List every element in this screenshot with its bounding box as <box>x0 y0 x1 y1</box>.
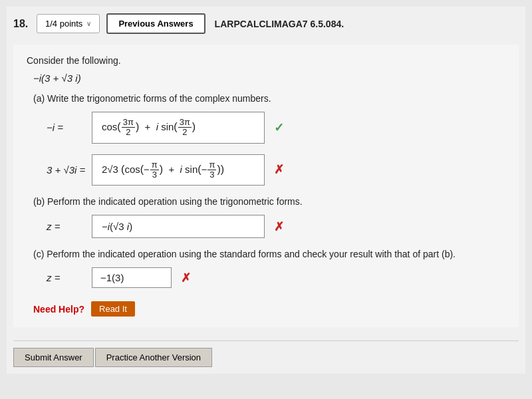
answer-row-b: z = −i(√3 i) ✗ <box>47 215 505 238</box>
part-b-label: (b) Perform the indicated operation usin… <box>33 196 505 207</box>
answer-a2-value: 2√3 (cos(−π3) + i sin(−π3)) <box>102 160 224 180</box>
answer-row-a1: −i = cos(3π2) + i sin(3π2) ✓ <box>47 112 505 144</box>
points-button[interactable]: 1/4 points ∨ <box>37 14 100 33</box>
answer-a1-box: cos(3π2) + i sin(3π2) <box>92 112 265 144</box>
answer-a1-value: cos(3π2) + i sin(3π2) <box>102 118 196 138</box>
page-container: 18. 1/4 points ∨ Previous Answers LARPCA… <box>7 7 525 374</box>
answer-b-value: −i(√3 i) <box>102 221 132 232</box>
incorrect-icon-a2: ✗ <box>274 162 284 177</box>
main-expression: −i(3 + √3 i) <box>33 72 505 84</box>
answer-b-label: z = <box>47 221 86 232</box>
answer-row-c: z = −1(3) ✗ <box>47 267 505 288</box>
answer-b-box: −i(√3 i) <box>92 215 265 238</box>
answer-a2-box: 2√3 (cos(−π3) + i sin(−π3)) <box>92 154 265 186</box>
answer-c-value: −1(3) <box>100 272 124 283</box>
answer-c-label: z = <box>47 272 86 283</box>
practice-another-version-button[interactable]: Practice Another Version <box>95 348 212 367</box>
problem-number: 18. <box>13 18 30 30</box>
part-c-label: (c) Perform the indicated operation usin… <box>33 249 505 259</box>
part-a-label: (a) Write the trigonometric forms of the… <box>33 93 505 104</box>
read-it-button[interactable]: Read It <box>91 301 135 317</box>
previous-answers-button[interactable]: Previous Answers <box>106 13 205 34</box>
main-expression-text: −i(3 + √3 i) <box>33 72 81 84</box>
content-area: Consider the following. −i(3 + √3 i) (a)… <box>13 45 519 327</box>
chevron-down-icon: ∨ <box>86 20 91 27</box>
points-label: 1/4 points <box>45 19 82 29</box>
answer-a1-label: −i = <box>47 122 86 133</box>
need-help-text: Need Help? <box>33 304 84 315</box>
answer-row-a2: 3 + √3i = 2√3 (cos(−π3) + i sin(−π3)) ✗ <box>47 154 505 186</box>
header-row: 18. 1/4 points ∨ Previous Answers LARPCA… <box>13 13 519 34</box>
consider-text: Consider the following. <box>27 55 505 66</box>
incorrect-icon-c: ✗ <box>181 271 191 285</box>
incorrect-icon-b: ✗ <box>274 219 284 234</box>
answer-a2-label: 3 + √3i = <box>47 164 86 176</box>
correct-icon: ✓ <box>274 120 284 135</box>
submit-answer-button[interactable]: Submit Answer <box>13 348 94 367</box>
answer-c-box: −1(3) <box>92 267 172 288</box>
bottom-row: Submit Answer Practice Another Version <box>13 340 519 367</box>
need-help-row: Need Help? Read It <box>33 301 505 317</box>
problem-id: LARPCALCLIMAGA7 6.5.084. <box>215 19 344 29</box>
